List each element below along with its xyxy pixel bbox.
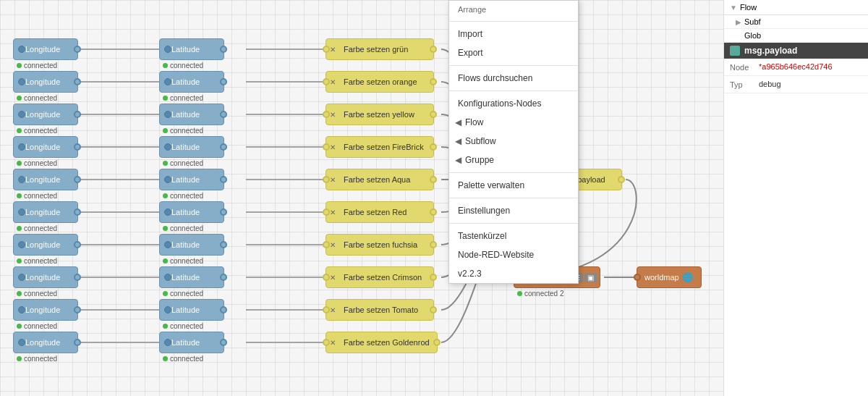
port-left[interactable] xyxy=(323,46,330,53)
import-item[interactable]: Import xyxy=(449,25,578,43)
farbe-node-9[interactable]: ✕ Farbe setzen Tomato xyxy=(326,299,434,321)
longitude-node-3[interactable]: Longitude connected xyxy=(13,104,78,125)
latitude-node-3[interactable]: Latitude connected xyxy=(159,104,224,125)
latitude-node-2[interactable]: Latitude connected xyxy=(159,71,224,93)
port-right[interactable] xyxy=(220,339,227,346)
einstellungen-item[interactable]: Einstellungen xyxy=(449,201,578,220)
port-right[interactable] xyxy=(74,339,81,346)
flow-item[interactable]: ◀ Flow xyxy=(449,113,578,132)
divider-1 xyxy=(449,21,578,22)
worldmap-node[interactable]: worldmap 🌐 xyxy=(637,266,702,288)
port-right[interactable] xyxy=(74,306,81,313)
port-left[interactable] xyxy=(323,208,330,216)
port-right[interactable] xyxy=(618,176,625,183)
port-right[interactable] xyxy=(220,306,227,313)
longitude-node-8[interactable]: Longitude connected xyxy=(13,266,78,288)
port-right[interactable] xyxy=(430,306,437,313)
longitude-node-5[interactable]: Longitude connected xyxy=(13,169,78,190)
latitude-node-1[interactable]: Latitude connected xyxy=(159,38,224,60)
longitude-node-10[interactable]: Longitude connected xyxy=(13,332,78,353)
latitude-node-8[interactable]: Latitude connected xyxy=(159,266,224,288)
port-right[interactable] xyxy=(433,339,441,346)
port-right[interactable] xyxy=(430,111,437,118)
port-right[interactable] xyxy=(430,176,437,183)
nodered-item[interactable]: Node-RED-Website xyxy=(449,245,578,264)
longitude-node-6[interactable]: Longitude connected xyxy=(13,201,78,223)
port-left[interactable] xyxy=(323,306,330,313)
left-arrow-icon: ◀ xyxy=(455,155,461,165)
tastenk-item[interactable]: Tastenkürzel xyxy=(449,227,578,245)
longitude-node-4[interactable]: Longitude connected xyxy=(13,136,78,158)
port-left[interactable] xyxy=(323,339,330,346)
port-right[interactable] xyxy=(220,208,227,216)
longitude-node-1[interactable]: Longitude connected xyxy=(13,38,78,60)
port-right[interactable] xyxy=(220,111,227,118)
function-icon: ✕ xyxy=(330,208,336,216)
port-left[interactable] xyxy=(323,111,330,118)
port-right[interactable] xyxy=(74,78,81,85)
function-icon: ✕ xyxy=(330,306,336,314)
palette-item[interactable]: Palette verwalten xyxy=(449,176,578,195)
port-right[interactable] xyxy=(430,143,437,151)
port-right[interactable] xyxy=(220,176,227,183)
longitude-node-9[interactable]: Longitude connected xyxy=(13,299,78,321)
canvas[interactable]: Longitude connected Longitude connected … xyxy=(0,0,723,396)
farbe-node-4[interactable]: ✕ Farbe setzen FireBrick xyxy=(326,136,434,158)
latitude-node-10[interactable]: Latitude connected xyxy=(159,332,224,353)
port-left[interactable] xyxy=(323,274,330,281)
port-right[interactable] xyxy=(74,176,81,183)
port-left[interactable] xyxy=(323,143,330,151)
flows-search-item[interactable]: Flows durchsuchen xyxy=(449,69,578,88)
port-right[interactable] xyxy=(220,143,227,151)
export-item[interactable]: Export xyxy=(449,43,578,62)
port-right[interactable] xyxy=(220,274,227,281)
port-right[interactable] xyxy=(74,274,81,281)
konfig-item[interactable]: Konfigurations-Nodes xyxy=(449,94,578,113)
farbe-node-3[interactable]: ✕ Farbe setzen yellow xyxy=(326,104,434,125)
latitude-node-9[interactable]: Latitude connected xyxy=(159,299,224,321)
latitude-node-7[interactable]: Latitude connected xyxy=(159,234,224,256)
farbe-node-6[interactable]: ✕ Farbe setzen Red xyxy=(326,201,434,223)
left-arrow-icon: ◀ xyxy=(455,136,461,146)
port-left[interactable] xyxy=(634,274,641,281)
port-right[interactable] xyxy=(74,46,81,53)
port-right[interactable] xyxy=(220,46,227,53)
port-right[interactable] xyxy=(220,78,227,85)
farbe-node-2[interactable]: ✕ Farbe setzen orange xyxy=(326,71,434,93)
longitude-node-2[interactable]: Longitude connected xyxy=(13,71,78,93)
port-left[interactable] xyxy=(323,78,330,85)
panel-node-row: Node *a965b646ec42d746 xyxy=(724,59,868,76)
latitude-node-6[interactable]: Latitude connected xyxy=(159,201,224,223)
farbe-node-7[interactable]: ✕ Farbe setzen fuchsia xyxy=(326,234,434,256)
subflow-item[interactable]: ◀ Subflow xyxy=(449,132,578,151)
longitude-node-7[interactable]: Longitude connected xyxy=(13,234,78,256)
debug-box-icon[interactable]: ▣ xyxy=(584,273,597,282)
port-right[interactable] xyxy=(74,143,81,151)
subflow-item-panel[interactable]: ▶ Subf xyxy=(724,15,868,29)
function-icon: ✕ xyxy=(330,176,336,184)
gruppe-item[interactable]: ◀ Gruppe xyxy=(449,151,578,169)
flow-section-header[interactable]: ▼ Flow xyxy=(724,0,868,15)
arrange-item[interactable]: Arrange xyxy=(449,1,578,18)
port-right[interactable] xyxy=(430,78,437,85)
latitude-node-5[interactable]: Latitude connected xyxy=(159,169,224,190)
flow-collapse-icon: ▼ xyxy=(730,4,737,12)
global-item-panel[interactable]: Glob xyxy=(724,29,868,43)
divider-2 xyxy=(449,65,578,66)
port-right[interactable] xyxy=(74,111,81,118)
port-right[interactable] xyxy=(430,241,437,248)
port-right[interactable] xyxy=(430,274,437,281)
farbe-node-1[interactable]: ✕ Farbe setzen grün xyxy=(326,38,434,60)
port-right[interactable] xyxy=(430,208,437,216)
port-right[interactable] xyxy=(430,46,437,53)
function-icon: ✕ xyxy=(330,111,336,119)
port-left[interactable] xyxy=(323,241,330,248)
port-right[interactable] xyxy=(220,241,227,248)
farbe-node-5[interactable]: ✕ Farbe setzen Aqua xyxy=(326,169,434,190)
latitude-node-4[interactable]: Latitude connected xyxy=(159,136,224,158)
port-left[interactable] xyxy=(323,176,330,183)
port-right[interactable] xyxy=(74,241,81,248)
farbe-node-8[interactable]: ✕ Farbe setzen Crimson xyxy=(326,266,434,288)
farbe-node-10[interactable]: ✕ Farbe setzen Goldenrod xyxy=(326,332,438,353)
port-right[interactable] xyxy=(74,208,81,216)
